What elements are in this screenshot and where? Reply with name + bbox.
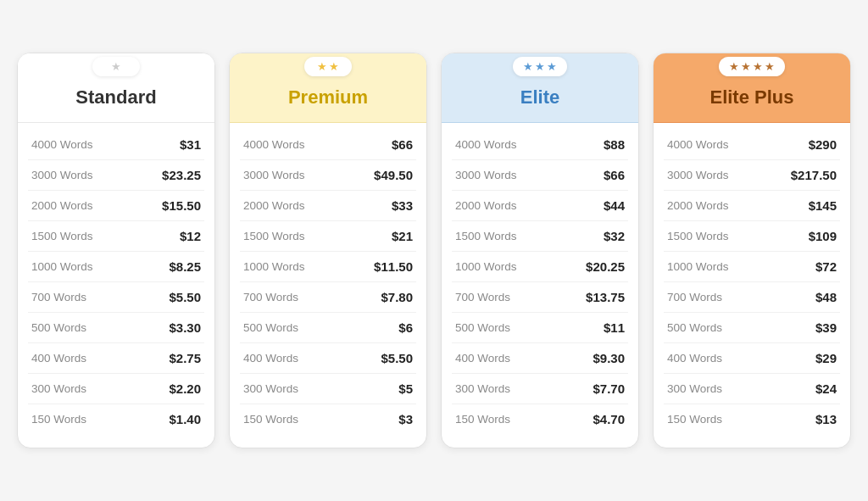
plan-rows-standard: 4000 Words $31 3000 Words $23.25 2000 Wo… [18, 123, 214, 448]
row-words: 300 Words [31, 382, 86, 395]
star-icon: ★ [765, 60, 775, 73]
plan-row: 400 Words $9.30 [452, 343, 628, 374]
pricing-container: ★ Standard 4000 Words $31 3000 Words $23… [17, 53, 851, 448]
row-words: 150 Words [667, 413, 722, 426]
row-words: 700 Words [455, 291, 510, 303]
row-price: $5.50 [169, 290, 201, 304]
plan-row: 300 Words $24 [664, 374, 840, 404]
plan-card-standard: ★ Standard 4000 Words $31 3000 Words $23… [17, 53, 215, 448]
star-icon: ★ [111, 60, 121, 73]
row-price: $5 [398, 381, 413, 396]
stars-badge: ★ [92, 57, 140, 76]
row-words: 3000 Words [31, 169, 93, 181]
plan-row: 4000 Words $88 [452, 130, 628, 160]
row-price: $31 [180, 137, 201, 152]
plan-row: 3000 Words $23.25 [28, 160, 204, 191]
plan-header-elite: ★★★ Elite [442, 53, 638, 123]
row-words: 1000 Words [243, 260, 305, 273]
row-price: $24 [815, 381, 837, 396]
plan-name: Elite [455, 86, 625, 109]
row-words: 4000 Words [455, 138, 517, 151]
plan-rows-elite: 4000 Words $88 3000 Words $66 2000 Words… [442, 123, 638, 448]
row-price: $48 [815, 290, 837, 304]
row-words: 1500 Words [243, 230, 305, 242]
row-words: 2000 Words [243, 199, 305, 212]
row-price: $7.80 [381, 290, 413, 304]
row-price: $11 [604, 320, 625, 335]
plan-row: 2000 Words $33 [240, 191, 416, 221]
plan-row: 400 Words $5.50 [240, 343, 416, 374]
row-price: $3.30 [169, 320, 201, 335]
row-price: $1.40 [169, 412, 201, 426]
plan-row: 150 Words $1.40 [28, 404, 204, 434]
plan-row: 150 Words $13 [664, 404, 840, 434]
row-words: 3000 Words [455, 169, 517, 181]
row-words: 2000 Words [31, 199, 93, 212]
row-price: $72 [815, 259, 837, 274]
star-icon: ★ [741, 60, 751, 73]
plan-row: 700 Words $5.50 [28, 282, 204, 313]
star-icon: ★ [523, 60, 533, 73]
row-words: 700 Words [243, 291, 298, 303]
row-words: 700 Words [667, 291, 722, 303]
row-price: $8.25 [169, 259, 201, 274]
plan-row: 3000 Words $49.50 [240, 160, 416, 191]
plan-row: 1000 Words $11.50 [240, 252, 416, 282]
row-words: 150 Words [455, 413, 510, 426]
row-words: 500 Words [667, 321, 722, 334]
plan-row: 400 Words $2.75 [28, 343, 204, 374]
stars-badge: ★★★ [513, 57, 567, 76]
row-words: 300 Words [455, 382, 510, 395]
plan-row: 300 Words $5 [240, 374, 416, 404]
row-price: $66 [604, 168, 625, 182]
row-price: $29 [815, 351, 837, 365]
row-words: 2000 Words [667, 199, 729, 212]
row-price: $20.25 [586, 259, 625, 274]
plan-row: 700 Words $7.80 [240, 282, 416, 313]
row-words: 500 Words [455, 321, 510, 334]
row-words: 2000 Words [455, 199, 517, 212]
row-price: $7.70 [593, 381, 625, 396]
plan-header-premium: ★★ Premium [230, 53, 426, 123]
plan-row: 1000 Words $72 [664, 252, 840, 282]
plan-header-elite-plus: ★★★★ Elite Plus [654, 53, 850, 123]
row-words: 4000 Words [31, 138, 93, 151]
plan-row: 4000 Words $31 [28, 130, 204, 160]
plan-row: 1000 Words $20.25 [452, 252, 628, 282]
plan-row: 300 Words $2.20 [28, 374, 204, 404]
plan-name: Premium [243, 86, 413, 109]
plan-row: 2000 Words $145 [664, 191, 840, 221]
row-words: 150 Words [243, 413, 298, 426]
row-price: $2.75 [169, 351, 201, 365]
plan-row: 1500 Words $21 [240, 221, 416, 252]
row-price: $5.50 [381, 351, 413, 365]
row-price: $33 [392, 198, 413, 213]
plan-row: 300 Words $7.70 [452, 374, 628, 404]
plan-rows-premium: 4000 Words $66 3000 Words $49.50 2000 Wo… [230, 123, 426, 448]
row-words: 1000 Words [455, 260, 517, 273]
row-words: 4000 Words [243, 138, 305, 151]
row-words: 1500 Words [455, 230, 517, 242]
row-price: $12 [180, 229, 201, 243]
row-price: $49.50 [374, 168, 413, 182]
row-words: 1500 Words [667, 230, 729, 242]
plan-row: 1500 Words $32 [452, 221, 628, 252]
row-words: 4000 Words [667, 138, 729, 151]
plan-row: 150 Words $4.70 [452, 404, 628, 434]
row-price: $13 [815, 412, 837, 426]
plan-row: 400 Words $29 [664, 343, 840, 374]
row-price: $2.20 [169, 381, 201, 396]
plan-row: 2000 Words $44 [452, 191, 628, 221]
row-words: 700 Words [31, 291, 86, 303]
stars-badge: ★★★★ [719, 57, 785, 76]
row-words: 1000 Words [667, 260, 729, 273]
plan-row: 4000 Words $66 [240, 130, 416, 160]
row-price: $6 [398, 320, 413, 335]
star-icon: ★ [729, 60, 739, 73]
star-icon: ★ [535, 60, 545, 73]
row-price: $32 [604, 229, 625, 243]
row-price: $39 [815, 320, 837, 335]
plan-row: 2000 Words $15.50 [28, 191, 204, 221]
row-price: $21 [392, 229, 413, 243]
plan-row: 700 Words $48 [664, 282, 840, 313]
